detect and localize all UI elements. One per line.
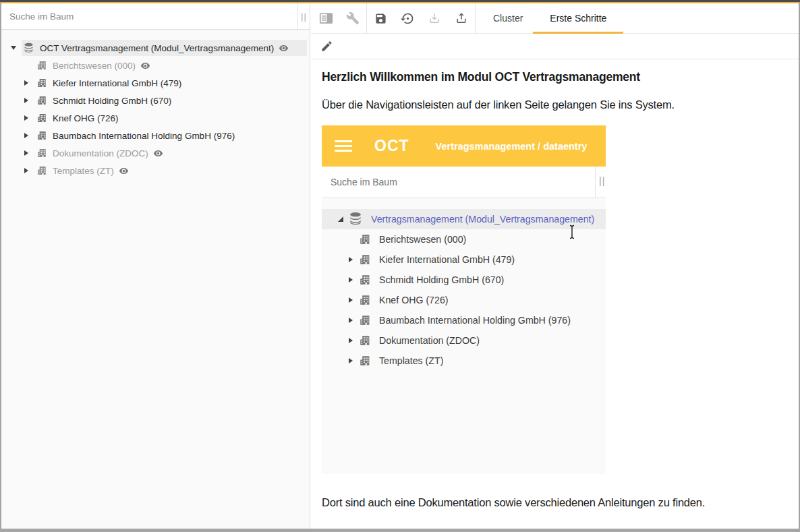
tree-node-label: Dokumentation (ZDOC) <box>53 148 148 158</box>
tab-erste-schritte[interactable]: Erste Schritte <box>533 3 623 34</box>
tree-node-label: Templates (ZT) <box>53 166 114 176</box>
window-border-bottom <box>0 529 800 532</box>
pane-resize-handle[interactable]: || <box>298 11 310 22</box>
tab-bar: Cluster Erste Schritte <box>483 3 623 34</box>
visibility-eye-icon[interactable] <box>279 43 289 53</box>
screenshot-breadcrumb: Vertragsmanagement / dataentry <box>436 141 588 152</box>
tree-row-root[interactable]: OCT Vertragsmanagement (Modul_Vertragsma… <box>1 39 310 57</box>
tree-row[interactable]: Baumbach International Holding GmbH (976… <box>1 127 310 144</box>
screenshot-tree-row: Berichtswesen (000) <box>322 229 606 249</box>
building-icon <box>359 314 371 326</box>
chevron-collapsed-icon[interactable] <box>24 133 28 138</box>
upload-button[interactable] <box>448 3 475 34</box>
building-icon <box>36 113 47 123</box>
building-icon <box>36 78 47 88</box>
screenshot-resize-handle: || <box>599 175 605 186</box>
tab-cluster[interactable]: Cluster <box>483 3 533 34</box>
download-button[interactable] <box>421 3 448 34</box>
tree-row[interactable]: Schmidt Holding GmbH (670) <box>1 92 310 109</box>
intro-paragraph: Über die Navigationsleisten auf der link… <box>322 98 799 111</box>
screenshot-tree-row: Baumbach International Holding GmbH (976… <box>322 310 606 330</box>
chevron-collapsed-icon[interactable] <box>24 98 28 103</box>
chevron-collapsed-icon[interactable] <box>24 168 28 173</box>
tree-node-label: Kiefer International GmbH (479) <box>53 78 181 88</box>
screenshot-tree-row: Dokumentation (ZDOC) <box>322 330 606 351</box>
chevron-expanded-icon[interactable] <box>11 46 16 50</box>
toolbar-divider <box>475 3 476 34</box>
tree-node-label: OCT Vertragsmanagement (Modul_Vertragsma… <box>40 43 274 53</box>
chevron-collapsed-icon[interactable] <box>24 115 28 121</box>
chevron-collapsed-icon <box>349 257 353 262</box>
text-cursor-icon <box>568 225 576 239</box>
database-icon <box>348 212 363 227</box>
hamburger-menu-icon <box>335 140 352 152</box>
chevron-expanded-icon <box>338 216 343 222</box>
page-title: Herzlich Willkommen im Modul OCT Vertrag… <box>322 70 799 84</box>
welcome-content: Herzlich Willkommen im Modul OCT Vertrag… <box>311 70 799 509</box>
tree-row[interactable]: Dokumentation (ZDOC) <box>1 144 310 162</box>
settings-wrench-button[interactable] <box>339 3 366 34</box>
building-icon <box>359 233 371 245</box>
embedded-screenshot: OCT Vertragsmanagement / dataentry Suche… <box>322 125 606 474</box>
save-button[interactable] <box>367 3 394 34</box>
restore-button[interactable] <box>394 3 421 34</box>
tree-node-label: Baumbach International Holding GmbH (976… <box>53 131 235 141</box>
building-icon <box>36 130 47 141</box>
tree-row[interactable]: Templates (ZT) <box>1 162 310 179</box>
tree-search-row: || <box>1 3 310 30</box>
building-icon <box>36 95 47 106</box>
window-border-left <box>0 2 1 532</box>
chevron-collapsed-icon[interactable] <box>24 80 28 86</box>
building-icon <box>359 254 371 266</box>
screenshot-search-placeholder: Suche im Baum <box>331 177 606 187</box>
tree-node-label: Berichtswesen (000) <box>53 61 136 71</box>
edit-pencil-icon[interactable] <box>320 40 333 53</box>
screenshot-divider <box>595 167 596 198</box>
tree-search-input[interactable] <box>1 3 298 29</box>
chevron-collapsed-icon <box>349 358 353 363</box>
screenshot-tree-row: Vertragsmanagement (Modul_Vertragsmanage… <box>322 209 606 229</box>
tree-row[interactable]: Kiefer International GmbH (479) <box>1 74 310 92</box>
visibility-eye-icon[interactable] <box>153 148 163 158</box>
tree-row[interactable]: Knef OHG (726) <box>1 109 310 127</box>
database-icon <box>23 42 34 54</box>
save-floppy-icon <box>374 12 387 25</box>
building-icon <box>359 334 371 347</box>
download-icon <box>428 11 441 25</box>
chevron-collapsed-icon[interactable] <box>24 150 28 156</box>
toolbar: Cluster Erste Schritte <box>311 3 799 34</box>
application-window: || OCT Vertragsmanagement (Modul_Vertrag… <box>0 0 800 532</box>
screenshot-app-header: OCT Vertragsmanagement / dataentry <box>322 125 606 167</box>
tree-node-label: Schmidt Holding GmbH (670) <box>53 96 171 106</box>
navigation-tree: OCT Vertragsmanagement (Modul_Vertragsma… <box>1 30 310 179</box>
screenshot-tree-row: Kiefer International GmbH (479) <box>322 249 606 270</box>
visibility-eye-icon[interactable] <box>119 166 129 176</box>
building-icon <box>359 294 371 306</box>
screenshot-tree-row: Schmidt Holding GmbH (670) <box>322 270 606 290</box>
building-icon <box>359 274 371 286</box>
chevron-collapsed-icon <box>349 338 353 343</box>
upload-icon <box>455 11 468 25</box>
chevron-collapsed-icon <box>349 318 353 323</box>
outro-paragraph: Dort sind auch eine Dokumentation sowie … <box>322 496 799 509</box>
visibility-eye-icon[interactable] <box>140 61 150 71</box>
tree-node-label: Knef OHG (726) <box>53 113 119 123</box>
screenshot-logo: OCT <box>374 137 409 155</box>
screenshot-tree-row: Knef OHG (726) <box>322 290 606 310</box>
details-panel-button[interactable] <box>312 3 339 34</box>
chevron-collapsed-icon <box>349 277 353 283</box>
accent-top-line <box>0 2 800 3</box>
tree-row[interactable]: .win{fill:#fafafa} Berichtswesen (000) <box>1 57 310 74</box>
screenshot-tree-row: Templates (ZT) <box>322 351 606 371</box>
edit-row <box>311 34 799 59</box>
chevron-collapsed-icon <box>349 297 353 303</box>
screenshot-tree: Vertragsmanagement (Modul_Vertragsmanage… <box>322 198 606 371</box>
building-icon: .win{fill:#fafafa} <box>36 60 47 71</box>
building-icon <box>36 165 47 176</box>
screenshot-search-row: Suche im Baum || <box>322 167 606 198</box>
navigation-tree-panel: || OCT Vertragsmanagement (Modul_Vertrag… <box>1 3 310 529</box>
details-panel-icon <box>319 12 333 24</box>
wrench-icon <box>346 11 360 25</box>
building-icon <box>359 355 371 367</box>
main-panel: Cluster Erste Schritte Herzlich Willkomm… <box>311 3 799 529</box>
